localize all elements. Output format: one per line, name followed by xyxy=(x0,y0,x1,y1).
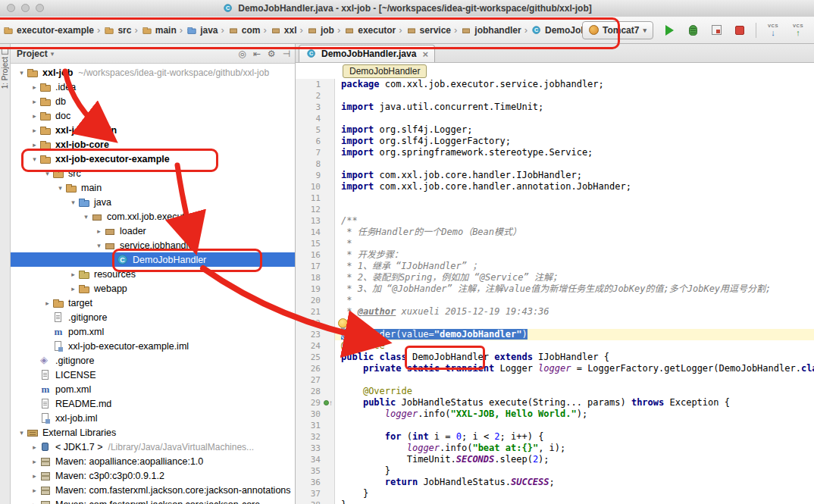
expand-arrow[interactable]: ▾ xyxy=(94,242,104,249)
gutter[interactable]: 23 xyxy=(296,329,335,340)
line-number[interactable]: 24 xyxy=(296,340,323,352)
tree-row[interactable]: xxl-job.iml xyxy=(11,411,295,425)
gutter[interactable]: 27 xyxy=(296,374,335,386)
gutter[interactable]: 3 xyxy=(296,102,335,113)
tree-row[interactable]: ▸Maven: com.fasterxml.jackson.core:jacks… xyxy=(11,483,295,497)
gutter[interactable]: 2 xyxy=(296,90,335,102)
expand-arrow[interactable]: ▾ xyxy=(17,429,27,437)
gutter[interactable]: 35 xyxy=(296,465,335,477)
tree-row[interactable]: .gitignore xyxy=(11,310,295,324)
breadcrumb-item[interactable]: src xyxy=(102,24,132,36)
breadcrumb-item[interactable]: executor xyxy=(343,24,396,36)
line-number[interactable]: 15 xyxy=(296,238,323,249)
gutter[interactable]: 20 xyxy=(296,295,335,306)
line-number[interactable]: 29 xyxy=(296,397,323,409)
line-number[interactable]: 2 xyxy=(296,90,323,102)
code-line[interactable]: 5import org.slf4j.Logger; xyxy=(296,124,814,136)
collapse-all-icon[interactable]: ⇤ xyxy=(253,49,261,59)
breadcrumb-item[interactable]: jobhandler xyxy=(459,24,521,36)
gutter[interactable]: 17 xyxy=(296,261,335,272)
tree-row[interactable]: ▾java xyxy=(11,195,295,209)
line-number[interactable]: 12 xyxy=(296,204,323,215)
tree-row[interactable]: ▾service.jobhandler xyxy=(11,238,295,252)
gutter[interactable]: 14 xyxy=(296,227,335,238)
tree-row[interactable]: ▾main xyxy=(11,180,295,195)
expand-arrow[interactable]: ▸ xyxy=(30,141,39,149)
code-line[interactable]: 21 * @author xuxueli 2015-12-19 19:43:36 xyxy=(296,306,814,318)
line-number[interactable]: 11 xyxy=(296,193,323,204)
line-number[interactable]: 37 xyxy=(296,488,323,499)
gutter[interactable]: 28 xyxy=(296,386,335,397)
line-number[interactable]: 17 xyxy=(296,261,323,272)
tree-row[interactable]: ▸doc xyxy=(11,108,295,123)
line-number[interactable]: 28 xyxy=(296,386,323,397)
code-line[interactable]: 13/** xyxy=(296,215,814,227)
gutter[interactable]: 18 xyxy=(296,272,335,283)
tree-row[interactable]: .gitignore xyxy=(11,353,295,368)
tree-row[interactable]: ▸loader xyxy=(11,224,295,238)
line-number[interactable]: 1 xyxy=(296,79,323,90)
code-line[interactable]: 28 @Override xyxy=(296,386,814,397)
stop-button[interactable] xyxy=(732,23,747,38)
breadcrumb-item[interactable]: executor-example xyxy=(2,24,95,36)
vcs-commit-button[interactable]: VCS↑ xyxy=(790,23,806,38)
gutter[interactable]: 25 xyxy=(296,352,335,363)
gutter[interactable]: 5 xyxy=(296,124,335,136)
line-number[interactable]: 30 xyxy=(296,409,323,420)
gutter[interactable]: 16 xyxy=(296,249,335,261)
override-gutter-icon[interactable]: ↑ xyxy=(323,397,334,409)
gutter[interactable]: 33 xyxy=(296,443,335,454)
editor-breadcrumb-chip[interactable]: DemoJobHandler xyxy=(343,64,427,78)
gutter[interactable]: 15 xyxy=(296,238,335,249)
line-number[interactable]: 20 xyxy=(296,295,323,306)
expand-arrow[interactable]: ▾ xyxy=(30,155,39,163)
tree-row[interactable]: ▸Maven: com.fasterxml.jackson.core:jacks… xyxy=(11,497,295,504)
tree-row[interactable]: DemoJobHandler xyxy=(11,252,295,267)
tree-row[interactable]: ▸Maven: c3p0:c3p0:0.9.1.2 xyxy=(11,468,295,483)
line-number[interactable]: 23 xyxy=(296,329,323,340)
tree-row[interactable]: ▾xxl-job~/workspaces/idea-git-workspace/… xyxy=(11,65,295,80)
code-line[interactable]: 7import org.springframework.stereotype.S… xyxy=(296,147,814,158)
tree-row[interactable]: LICENSE xyxy=(11,368,295,382)
code-line[interactable]: 15 * xyxy=(296,238,814,249)
breadcrumb-item[interactable]: DemoJobHandler xyxy=(530,24,582,36)
code-line[interactable]: 17 * 1、继承 “IJobHandler” ； xyxy=(296,261,814,272)
code-line[interactable]: 9import com.xxl.job.core.handler.IJobHan… xyxy=(296,170,814,181)
breadcrumb-item[interactable]: xxl xyxy=(269,24,298,36)
code-line[interactable]: 10import com.xxl.job.core.handler.annota… xyxy=(296,181,814,193)
zoom-window-button[interactable] xyxy=(36,4,44,12)
expand-arrow[interactable]: ▾ xyxy=(55,184,65,192)
line-number[interactable]: 9 xyxy=(296,170,323,181)
line-number[interactable]: 18 xyxy=(296,272,323,283)
tree-row[interactable]: pom.xml xyxy=(11,382,295,396)
line-number[interactable]: 3 xyxy=(296,102,323,113)
code-line[interactable]: 38} xyxy=(296,499,814,504)
line-number[interactable]: 7 xyxy=(296,147,323,158)
gutter[interactable]: 21 xyxy=(296,306,335,318)
expand-arrow[interactable]: ▸ xyxy=(68,285,78,293)
code-line[interactable]: 31 xyxy=(296,420,814,431)
line-number[interactable]: 32 xyxy=(296,431,323,443)
breadcrumb-item[interactable]: main xyxy=(140,24,177,36)
gutter[interactable]: 29↑ xyxy=(296,397,335,409)
code-line[interactable]: 8 xyxy=(296,158,814,170)
code-line[interactable]: 11 xyxy=(296,193,814,204)
editor-tab[interactable]: DemoJobHandler.java × xyxy=(299,45,435,62)
expand-arrow[interactable]: ▸ xyxy=(30,501,39,504)
gutter[interactable]: 13 xyxy=(296,215,335,227)
gutter[interactable]: 22 xyxy=(296,318,335,329)
run-configuration-select[interactable]: Tomcat7 ▾ xyxy=(582,21,653,39)
line-number[interactable]: 14 xyxy=(296,227,323,238)
gutter[interactable]: 34 xyxy=(296,454,335,465)
expand-arrow[interactable]: ▸ xyxy=(30,83,39,91)
line-number[interactable]: 27 xyxy=(296,374,323,386)
chevron-down-icon[interactable]: ▾ xyxy=(51,50,55,58)
expand-arrow[interactable]: ▸ xyxy=(30,472,39,480)
expand-arrow[interactable]: ▸ xyxy=(68,271,78,278)
tree-row[interactable]: ▸Maven: aopalliance:aopalliance:1.0 xyxy=(11,454,295,468)
code-line[interactable]: 36 return JobHandleStatus.SUCCESS; xyxy=(296,477,814,488)
tree-row[interactable]: ▸db xyxy=(11,94,295,108)
line-number[interactable]: 10 xyxy=(296,181,323,193)
gutter[interactable]: 37 xyxy=(296,488,335,499)
line-number[interactable]: 6 xyxy=(296,136,323,147)
